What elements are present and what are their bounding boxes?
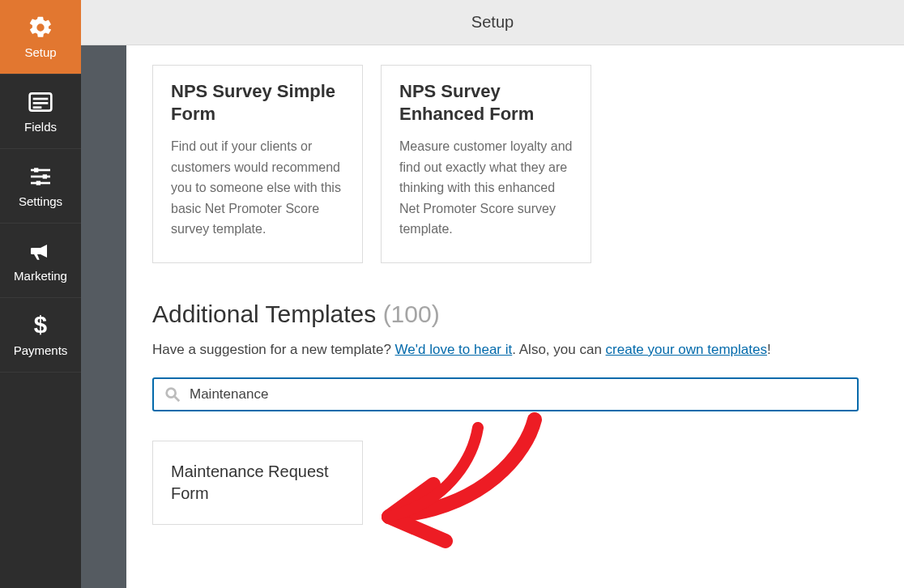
search-input[interactable] [190, 386, 847, 403]
bullhorn-icon [28, 238, 53, 264]
card-title: NPS Survey Enhanced Form [399, 80, 573, 125]
card-title: NPS Survey Simple Form [171, 80, 344, 125]
sidebar-item-label: Payments [14, 343, 68, 357]
sidebar-item-setup[interactable]: Setup [0, 0, 81, 75]
additional-templates-heading: Additional Templates (100) [152, 300, 859, 328]
sidebar-item-label: Fields [24, 120, 57, 134]
svg-rect-8 [43, 174, 47, 178]
content-panel: NPS Survey Simple Form Find out if your … [126, 45, 904, 588]
template-search[interactable] [152, 377, 859, 411]
subtext-suffix: ! [767, 342, 771, 357]
additional-templates-subtext: Have a suggestion for a new template? We… [152, 339, 859, 360]
sliders-icon [28, 164, 53, 190]
sidebar-item-label: Settings [19, 194, 62, 208]
list-icon [28, 89, 53, 115]
template-card-nps-enhanced[interactable]: NPS Survey Enhanced Form Measure custome… [381, 65, 591, 263]
create-template-link[interactable]: create your own templates [606, 342, 767, 357]
subtext-mid: . Also, you can [512, 342, 605, 357]
svg-point-11 [167, 389, 176, 398]
svg-line-12 [175, 397, 180, 402]
subtext-prefix: Have a suggestion for a new template? [152, 342, 395, 357]
sidebar-item-label: Marketing [14, 269, 67, 283]
sidebar-item-label: Setup [24, 45, 56, 59]
suggestion-link[interactable]: We'd love to hear it [395, 342, 513, 357]
card-title: Maintenance Request Form [171, 461, 344, 505]
template-card-nps-simple[interactable]: NPS Survey Simple Form Find out if your … [152, 65, 363, 263]
svg-text:$: $ [34, 313, 47, 338]
template-card-row: NPS Survey Simple Form Find out if your … [152, 65, 859, 263]
topbar: Setup [81, 0, 904, 45]
gear-icon [28, 15, 53, 40]
sidebar-item-fields[interactable]: Fields [0, 75, 81, 149]
sidebar-item-settings[interactable]: Settings [0, 149, 81, 224]
sidebar: Setup Fields Settings Marketing $ Paymen… [0, 0, 81, 588]
search-icon [164, 386, 181, 403]
page-title: Setup [471, 13, 514, 32]
template-card-maintenance-request[interactable]: Maintenance Request Form [152, 441, 363, 525]
sidebar-item-payments[interactable]: $ Payments [0, 298, 81, 373]
svg-rect-7 [34, 168, 38, 172]
sidebar-item-marketing[interactable]: Marketing [0, 224, 81, 298]
heading-text: Additional Templates [152, 300, 383, 327]
dollar-icon: $ [28, 313, 53, 339]
additional-templates-section: Additional Templates (100) Have a sugges… [152, 300, 859, 526]
heading-count: (100) [383, 300, 440, 327]
svg-rect-9 [36, 181, 41, 185]
card-description: Measure customer loyalty and find out ex… [399, 136, 573, 240]
card-description: Find out if your clients or customers wo… [171, 136, 344, 240]
